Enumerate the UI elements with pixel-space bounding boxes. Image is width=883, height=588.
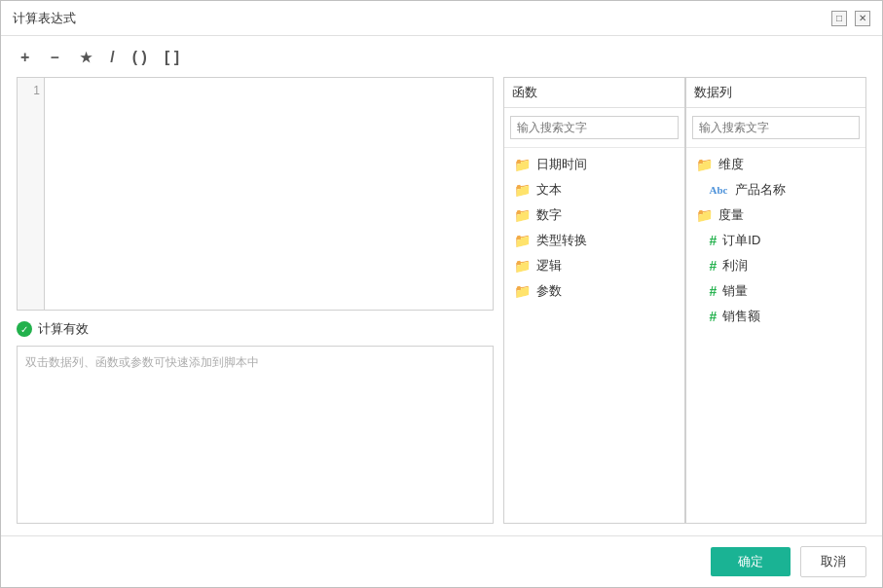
list-item[interactable]: 📁 文本 (504, 177, 684, 202)
folder-icon: 📁 (514, 207, 531, 223)
functions-panel: 函数 📁 日期时间 📁 文本 📁 (503, 77, 684, 524)
list-item[interactable]: 📁 维度 (686, 152, 866, 177)
minus-button[interactable]: － (43, 48, 66, 67)
list-item[interactable]: 📁 度量 (686, 202, 866, 228)
description-placeholder: 双击数据列、函数或参数可快速添加到脚本中 (25, 355, 259, 369)
item-label: 订单ID (722, 232, 760, 249)
bottom-bar: 确定 取消 (1, 535, 882, 587)
window-controls: □ ✕ (831, 11, 870, 26)
folder-icon: 📁 (696, 157, 713, 172)
line-numbers: 1 (18, 78, 45, 310)
list-item[interactable]: 📁 参数 (504, 278, 684, 304)
folder-icon: 📁 (514, 182, 531, 198)
hash-icon: # (710, 258, 717, 274)
item-label: 日期时间 (536, 156, 587, 173)
list-item[interactable]: # 销量 (686, 278, 866, 304)
item-label: 利润 (722, 257, 748, 275)
item-label: 产品名称 (735, 181, 786, 199)
title-bar: 计算表达式 □ ✕ (1, 1, 882, 36)
folder-icon: 📁 (514, 258, 531, 274)
multiply-button[interactable]: ★ (76, 49, 96, 66)
status-bar: ✓ 计算有效 (17, 316, 494, 342)
item-label: 度量 (718, 206, 744, 224)
hash-icon: # (710, 283, 717, 299)
item-label: 类型转换 (536, 232, 587, 249)
status-text: 计算有效 (38, 320, 89, 338)
main-panels: 1 ✓ 计算有效 双击数据列、函数或参数可快速添加到脚本中 (17, 77, 866, 524)
hash-icon: # (710, 233, 717, 248)
status-icon: ✓ (17, 321, 32, 337)
item-label: 维度 (718, 156, 744, 173)
expression-editor[interactable] (45, 78, 493, 310)
list-item[interactable]: 📁 逻辑 (504, 253, 684, 278)
item-label: 文本 (536, 181, 562, 199)
editor-panel: 1 ✓ 计算有效 双击数据列、函数或参数可快速添加到脚本中 (17, 77, 494, 524)
abc-icon: Abc (710, 184, 728, 196)
item-label: 逻辑 (536, 257, 562, 275)
item-label: 参数 (536, 282, 562, 300)
operator-toolbar: + － ★ / ( ) [ ] (17, 48, 866, 67)
functions-search-wrap (504, 108, 684, 148)
cancel-button[interactable]: 取消 (800, 546, 866, 577)
functions-list: 📁 日期时间 📁 文本 📁 数字 📁 类 (504, 148, 684, 523)
functions-search-input[interactable] (510, 116, 679, 139)
line-number-1: 1 (33, 84, 40, 97)
description-box: 双击数据列、函数或参数可快速添加到脚本中 (17, 346, 494, 524)
plus-button[interactable]: + (17, 48, 33, 67)
data-list: 📁 维度 Abc 产品名称 📁 度量 (686, 148, 866, 523)
functions-header: 函数 (504, 78, 684, 108)
data-panel: 数据列 📁 维度 Abc 产品名称 (685, 77, 867, 524)
data-search-input[interactable] (692, 116, 861, 139)
content-area: + － ★ / ( ) [ ] 1 ✓ (1, 36, 882, 535)
editor-row: 1 (17, 77, 494, 311)
list-item[interactable]: 📁 日期时间 (504, 152, 684, 177)
folder-icon: 📁 (514, 283, 531, 299)
right-panels: 函数 📁 日期时间 📁 文本 📁 (503, 77, 866, 524)
folder-icon: 📁 (514, 233, 531, 248)
list-item[interactable]: # 利润 (686, 253, 866, 278)
divide-button[interactable]: / (106, 48, 118, 67)
window-title: 计算表达式 (13, 10, 76, 27)
item-label: 销量 (722, 282, 748, 300)
item-label: 销售额 (722, 308, 760, 325)
list-item[interactable]: Abc 产品名称 (686, 177, 866, 202)
main-window: 计算表达式 □ ✕ + － ★ / ( ) [ ] 1 (0, 0, 883, 588)
parens-button[interactable]: ( ) (129, 48, 151, 67)
close-button[interactable]: ✕ (855, 11, 870, 26)
data-search-wrap (686, 108, 866, 148)
brackets-button[interactable]: [ ] (161, 48, 183, 67)
data-header: 数据列 (686, 78, 866, 108)
list-item[interactable]: 📁 数字 (504, 202, 684, 228)
folder-icon: 📁 (514, 157, 531, 172)
list-item[interactable]: # 订单ID (686, 228, 866, 253)
hash-icon: # (710, 309, 717, 324)
minimize-button[interactable]: □ (831, 11, 847, 26)
list-item[interactable]: 📁 类型转换 (504, 228, 684, 253)
list-item[interactable]: # 销售额 (686, 304, 866, 329)
item-label: 数字 (536, 206, 562, 224)
confirm-button[interactable]: 确定 (711, 547, 791, 576)
folder-icon: 📁 (696, 207, 713, 223)
